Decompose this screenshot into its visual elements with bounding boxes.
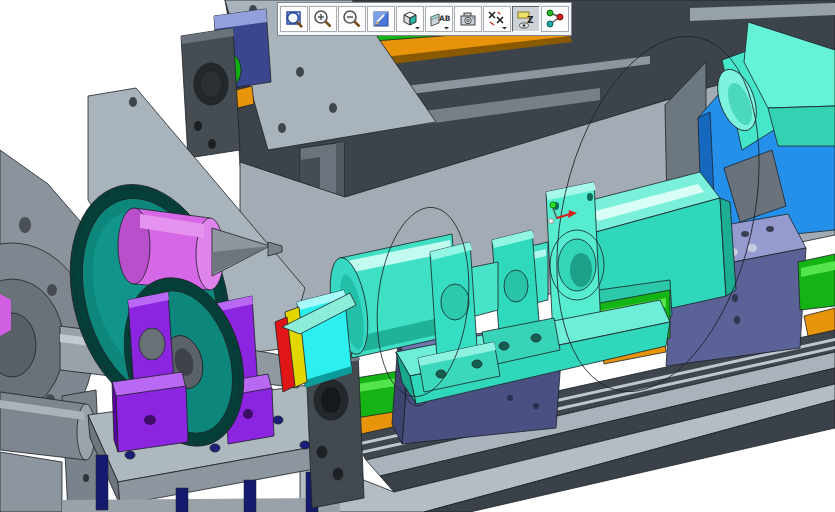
snapshot-button[interactable] [454,6,482,32]
block-bore [139,328,165,360]
hide-constraints-icon [486,8,508,30]
tag-visibility-button[interactable]: Z [512,6,540,32]
lower-ball-screw-right[interactable] [798,254,835,310]
dropdown-arrow [444,27,449,30]
3d-viewport[interactable] [0,0,835,512]
plate-hole [278,123,286,133]
hide-constraints-button[interactable] [483,6,511,32]
shaded-display-icon [370,8,392,30]
ab-glyph: AB [439,14,450,23]
tag-visibility-icon: Z [515,8,537,30]
shaded-display-button[interactable] [367,6,395,32]
zoom-in-icon [312,8,334,30]
snapshot-camera-icon [457,8,479,30]
annotation-button[interactable]: AB [425,6,453,32]
cad-window: AB Z [0,0,835,512]
view-toolbar: AB Z [277,2,572,36]
zoom-out-button[interactable] [338,6,366,32]
upper-end-bracket[interactable] [181,28,240,158]
zoom-window-button[interactable] [280,6,308,32]
plate-hole [296,67,304,77]
magenta-sliver [0,294,11,336]
dropdown-arrow [415,27,420,30]
linkage-points-icon [544,8,566,30]
linkage-points-button[interactable] [541,6,569,32]
zoom-in-button[interactable] [309,6,337,32]
plate-hole [329,103,337,113]
display-mode-cube-icon [399,8,421,30]
annotation-ab-icon: AB [428,8,450,30]
zoom-out-icon [341,8,363,30]
dropdown-arrow [502,27,507,30]
zoom-window-icon [283,8,305,30]
display-mode-button[interactable] [396,6,424,32]
corner-plate[interactable] [0,452,62,512]
